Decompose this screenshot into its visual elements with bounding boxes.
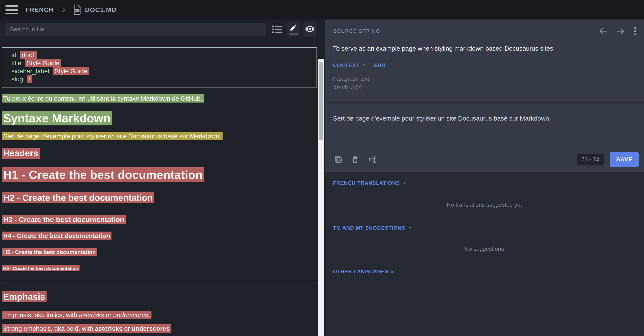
- paragraph-text: or: [122, 325, 132, 332]
- menu-icon-bar: [6, 5, 18, 7]
- frontmatter-line: slug:/: [12, 75, 307, 83]
- italic-text: asterisks: [79, 311, 104, 318]
- frontmatter-block: id:doc1 title:Style Guide sidebar_label:…: [2, 47, 317, 87]
- suggestions-empty-text: No suggestions: [324, 246, 644, 252]
- translatable-string[interactable]: Headers: [2, 148, 40, 159]
- preview-eye-button[interactable]: [304, 22, 316, 37]
- edit-context-button[interactable]: EDIT: [374, 63, 386, 68]
- context-meta: Paragraph text XPath: /p[2]: [333, 75, 369, 92]
- context-row: CONTEXT ▼ EDIT: [333, 63, 386, 68]
- context-type: Paragraph text: [333, 75, 369, 83]
- copy-source-icon[interactable]: [333, 155, 343, 164]
- translations-empty-text: No translations suggested yet: [324, 202, 644, 208]
- translatable-string[interactable]: doc1: [20, 51, 37, 59]
- paragraph: Emphasis, aka italics, with asterisks or…: [2, 310, 317, 319]
- yaml-key: title:: [12, 60, 23, 67]
- italic-text: underscores.: [113, 311, 150, 318]
- translatable-string[interactable]: Style Guide: [53, 67, 89, 75]
- menu-icon[interactable]: [6, 5, 18, 15]
- translatable-string[interactable]: Syntaxe Markdown: [2, 111, 112, 125]
- paragraph-text: .: [171, 325, 173, 332]
- arrow-right-icon[interactable]: [616, 28, 624, 35]
- source-card-header: SOURCE STRING: [333, 27, 636, 36]
- translatable-string[interactable]: H3 - Create the best documentation: [2, 215, 126, 224]
- save-button[interactable]: SAVE: [610, 152, 639, 167]
- translation-panel: SOURCE STRING To serve as an example pag…: [324, 20, 644, 336]
- section-other-languages[interactable]: OTHER LANGUAGES ▶: [333, 269, 394, 275]
- frontmatter-line: sidebar_label:Style Guide: [12, 67, 307, 75]
- scrollbar-thumb[interactable]: [318, 62, 323, 140]
- markdown-syntax-link[interactable]: la syntaxe Markdown de GitHub.: [111, 95, 202, 102]
- heading-emphasis: Emphasis: [2, 291, 317, 303]
- translatable-string[interactable]: Style Guide: [25, 59, 61, 67]
- section-title: FRENCH TRANSLATIONS: [333, 180, 400, 186]
- search-input[interactable]: [5, 23, 266, 36]
- paragraph-text: Strong emphasis, aka bold, with: [3, 325, 95, 332]
- paragraph: Sert de page d'exemple pour styliser un …: [2, 131, 317, 141]
- heading-syntaxe-markdown: Syntaxe Markdown: [2, 111, 317, 126]
- chevron-right-icon: [60, 7, 67, 13]
- kebab-menu-icon[interactable]: [634, 27, 636, 36]
- translatable-string[interactable]: Strong emphasis, aka bold, with asterisk…: [2, 324, 171, 332]
- section-title: TM AND MT SUGGESTIONS: [333, 225, 405, 231]
- delete-icon[interactable]: [350, 155, 360, 164]
- translatable-string[interactable]: Tu peux écrire du contenu en utilisant l…: [2, 94, 204, 103]
- insert-text-field-icon[interactable]: [368, 155, 378, 164]
- paragraph: Tu peux écrire du contenu en utilisant l…: [2, 94, 317, 103]
- pencil-icon: [290, 24, 298, 32]
- heading-h3-sample: H3 - Create the best documentation: [2, 215, 317, 224]
- chevron-right-icon: ▶: [392, 269, 394, 274]
- menu-icon-bar: [6, 13, 18, 15]
- context-xpath: XPath: /p[2]: [333, 83, 369, 92]
- section-title: OTHER LANGUAGES: [333, 269, 388, 275]
- chevron-down-icon: ▼: [362, 63, 366, 68]
- heading-h6-sample: H6 - Create the best documentation: [2, 265, 317, 271]
- chevron-down-icon: ▼: [408, 226, 412, 230]
- scrollbar-track[interactable]: [318, 59, 324, 336]
- translatable-string-selected[interactable]: Sert de page d'exemple pour styliser un …: [2, 132, 222, 140]
- frontmatter-line: id:doc1: [12, 51, 307, 59]
- menu-icon-bar: [6, 9, 18, 11]
- heading-headers: Headers: [2, 147, 317, 160]
- list-icon[interactable]: [272, 23, 283, 36]
- horizontal-rule: [2, 281, 316, 281]
- card-divider: [324, 102, 644, 103]
- char-counter-badge: 73 • 74: [577, 153, 604, 165]
- section-french-translations[interactable]: FRENCH TRANSLATIONS ▼: [333, 180, 406, 186]
- markdown-file-icon: M↓: [73, 4, 82, 15]
- paragraph-text: Emphasis, aka italics, with: [3, 311, 79, 318]
- translatable-string[interactable]: H1 - Create the best documentation: [2, 167, 204, 182]
- translatable-string[interactable]: Emphasis: [2, 291, 46, 302]
- breadcrumb-file: DOC1.MD: [85, 6, 116, 13]
- context-dropdown[interactable]: CONTEXT: [333, 63, 359, 68]
- heading-h1-sample: H1 - Create the best documentation: [2, 166, 317, 184]
- yaml-key: sidebar_label:: [12, 68, 51, 75]
- source-string-title: SOURCE STRING: [333, 28, 380, 34]
- translatable-string[interactable]: Emphasis, aka italics, with asterisks or…: [2, 311, 152, 319]
- toolbar-icons: [333, 155, 378, 164]
- heading-h2-sample: H2 - Create the best documentation: [2, 191, 317, 205]
- arrow-left-icon[interactable]: [599, 28, 607, 35]
- translatable-string[interactable]: H6 - Create the best documentation: [2, 265, 80, 271]
- frontmatter-line: title:Style Guide: [12, 59, 307, 67]
- string-navigation: [599, 27, 636, 36]
- translatable-string[interactable]: /: [27, 75, 32, 83]
- paragraph-text: or: [104, 311, 113, 318]
- heading-h5-sample: H5 - Create the best documentation: [2, 249, 317, 256]
- source-string-card: SOURCE STRING To serve as an example pag…: [324, 20, 644, 172]
- translatable-string[interactable]: H5 - Create the best documentation: [2, 248, 97, 256]
- translatable-string[interactable]: H2 - Create the best documentation: [2, 192, 154, 203]
- translatable-string[interactable]: H4 - Create the best documentation: [2, 232, 112, 240]
- document-panel: id:doc1 title:Style Guide sidebar_label:…: [0, 20, 324, 336]
- svg-text:M↓: M↓: [76, 9, 78, 12]
- edit-mode-button[interactable]: [287, 22, 300, 37]
- paragraph-text: Tu peux écrire du contenu en utilisant: [3, 95, 111, 102]
- translation-input[interactable]: Sert de page d'exemple pour styliser un …: [333, 114, 636, 123]
- breadcrumb-project[interactable]: FRENCH: [26, 6, 54, 13]
- section-tm-mt-suggestions[interactable]: TM AND MT SUGGESTIONS ▼: [333, 225, 412, 231]
- document-content: id:doc1 title:Style Guide sidebar_label:…: [2, 47, 317, 333]
- chevron-down-icon: ▼: [403, 181, 406, 185]
- eye-icon: [305, 24, 315, 35]
- breadcrumb: FRENCH M↓ DOC1.MD: [26, 0, 116, 20]
- yaml-key: id:: [12, 52, 18, 59]
